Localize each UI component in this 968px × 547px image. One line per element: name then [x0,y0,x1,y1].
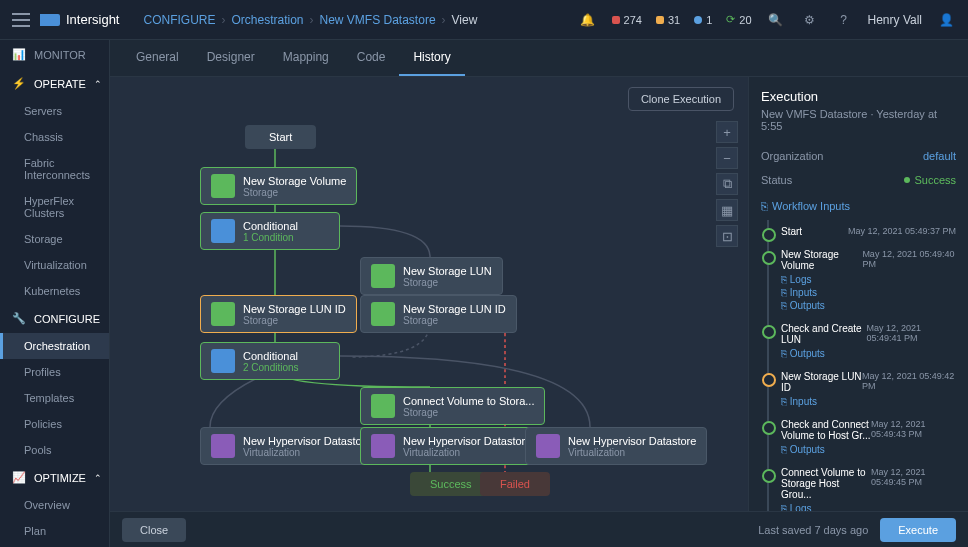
node-failed[interactable]: Failed [480,472,550,496]
nav-profiles[interactable]: Profiles [0,359,109,385]
execution-step[interactable]: Check and Create LUNMay 12, 2021 05:49:4… [767,317,956,365]
tab-designer[interactable]: Designer [193,40,269,76]
logo: Intersight [40,12,119,27]
bell-icon[interactable]: 🔔 [578,10,598,30]
execution-step[interactable]: Check and Connect Volume to Host Gr...Ma… [767,413,956,461]
nav-monitor[interactable]: 📊 MONITOR [0,40,109,69]
breadcrumb-configure[interactable]: CONFIGURE [143,13,215,27]
last-saved: Last saved 7 days ago [758,524,868,536]
zoom-in-button[interactable]: + [716,121,738,143]
fit-icon[interactable]: ⊡ [716,225,738,247]
org-value[interactable]: default [923,150,956,162]
tab-general[interactable]: General [122,40,193,76]
nav-configure[interactable]: 🔧 CONFIGURE⌃ [0,304,109,333]
panel-title: Execution [761,89,956,104]
nav-operate[interactable]: ⚡ OPERATE⌃ [0,69,109,98]
menu-icon[interactable] [12,13,30,27]
tab-code[interactable]: Code [343,40,400,76]
nav-overview[interactable]: Overview [0,492,109,518]
nav-optimize[interactable]: 📈 OPTIMIZE⌃ [0,463,109,492]
breadcrumb-current: View [452,13,478,27]
node-connect-volume[interactable]: Connect Volume to Stora...Storage [360,387,545,425]
node-hypervisor-2[interactable]: New Hypervisor DatastoreVirtualization [360,427,542,465]
nav-servers[interactable]: Servers [0,98,109,124]
tabs: General Designer Mapping Code History [110,40,968,77]
tab-history[interactable]: History [399,40,464,76]
zoom-out-button[interactable]: − [716,147,738,169]
nav-plan[interactable]: Plan [0,518,109,544]
execution-step[interactable]: New Storage LUN IDMay 12, 2021 05:49:42 … [767,365,956,413]
badge-tasks[interactable]: ⟳20 [726,13,751,26]
nav-templates[interactable]: Templates [0,385,109,411]
step-link-outputs[interactable]: ⎘ Outputs [781,444,956,455]
execution-step[interactable]: StartMay 12, 2021 05:49:37 PM [767,220,956,243]
badge-critical[interactable]: 274 [612,14,642,26]
nav-policies[interactable]: Policies [0,411,109,437]
node-storage-volume[interactable]: New Storage VolumeStorage [200,167,357,205]
panel-subtitle: New VMFS Datastore · Yesterday at 5:55 [761,108,956,132]
node-storage-lun-id-2[interactable]: New Storage LUN IDStorage [360,295,517,333]
workflow-inputs-link[interactable]: ⎘ Workflow Inputs [761,192,956,220]
step-link-logs[interactable]: ⎘ Logs [781,274,956,285]
user-name[interactable]: Henry Vall [868,13,922,27]
nav-virtualization[interactable]: Virtualization [0,252,109,278]
step-link-inputs[interactable]: ⎘ Inputs [781,396,956,407]
execute-button[interactable]: Execute [880,518,956,542]
execution-step[interactable]: New Storage VolumeMay 12, 2021 05:49:40 … [767,243,956,317]
breadcrumb-datastore[interactable]: New VMFS Datastore [320,13,436,27]
execution-panel: Execution New VMFS Datastore · Yesterday… [748,77,968,547]
step-link-outputs[interactable]: ⎘ Outputs [781,300,956,311]
node-hypervisor-3[interactable]: New Hypervisor DatastoreVirtualization [525,427,707,465]
step-link-outputs[interactable]: ⎘ Outputs [781,348,956,359]
user-icon[interactable]: 👤 [936,10,956,30]
close-button[interactable]: Close [122,518,186,542]
grid-icon[interactable]: ▦ [716,199,738,221]
clone-execution-button[interactable]: Clone Execution [628,87,734,111]
badge-warning[interactable]: 31 [656,14,680,26]
tree-icon[interactable]: ⧉ [716,173,738,195]
node-conditional-1[interactable]: Conditional1 Condition [200,212,340,250]
help-icon[interactable]: ? [834,10,854,30]
settings-icon[interactable]: ⚙ [800,10,820,30]
nav-fabric[interactable]: Fabric Interconnects [0,150,109,188]
sidebar: 📊 MONITOR ⚡ OPERATE⌃ Servers Chassis Fab… [0,40,110,547]
nav-pools[interactable]: Pools [0,437,109,463]
workflow-canvas[interactable]: Clone Execution + − ⧉ ▦ ⊡ [110,77,748,547]
node-conditional-2[interactable]: Conditional2 Conditions [200,342,340,380]
breadcrumb-orchestration[interactable]: Orchestration [231,13,303,27]
node-storage-lun-id-1[interactable]: New Storage LUN IDStorage [200,295,357,333]
nav-chassis[interactable]: Chassis [0,124,109,150]
badge-info[interactable]: 1 [694,14,712,26]
breadcrumb: CONFIGURE › Orchestration › New VMFS Dat… [143,13,477,27]
nav-orchestration[interactable]: Orchestration [0,333,109,359]
node-storage-lun[interactable]: New Storage LUNStorage [360,257,503,295]
search-icon[interactable]: 🔍 [766,10,786,30]
node-start[interactable]: Start [245,125,316,149]
nav-kubernetes[interactable]: Kubernetes [0,278,109,304]
status-value: Success [904,174,956,186]
tab-mapping[interactable]: Mapping [269,40,343,76]
step-link-inputs[interactable]: ⎘ Inputs [781,287,956,298]
node-hypervisor-1[interactable]: New Hypervisor DatastoreVirtualization [200,427,382,465]
nav-storage[interactable]: Storage [0,226,109,252]
nav-hyperflex[interactable]: HyperFlex Clusters [0,188,109,226]
